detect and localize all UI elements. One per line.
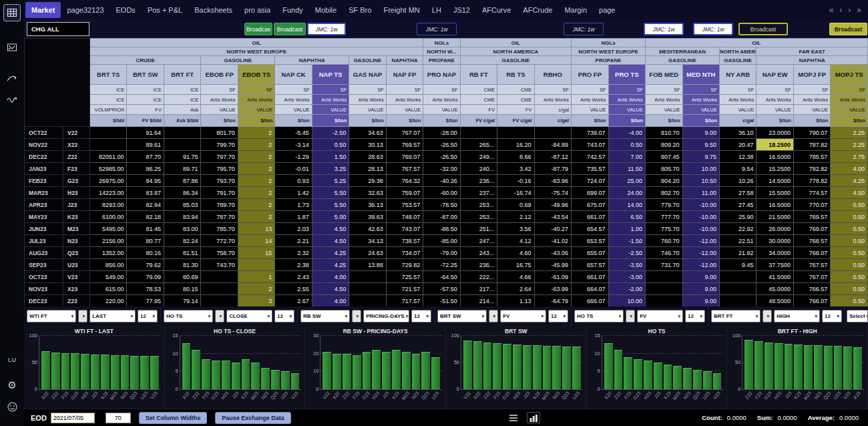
grid-cell[interactable]: -3.50 xyxy=(608,259,645,271)
grid-cell[interactable]: -10.00 xyxy=(682,223,719,235)
grid-cell[interactable]: 41.5000 xyxy=(756,271,793,283)
grid-cell[interactable]: 2.67 xyxy=(275,295,312,307)
grid-cell[interactable] xyxy=(534,127,571,139)
grid-cell[interactable]: 777.70 xyxy=(646,211,682,223)
broadcast-button[interactable]: Broadcast xyxy=(738,23,788,35)
grid-cell[interactable]: 735.57 xyxy=(572,163,608,175)
grid-cell[interactable]: 753.57 xyxy=(386,199,423,211)
grid-cell[interactable]: 237... xyxy=(460,187,497,199)
grid-cell[interactable]: 0.50 xyxy=(831,235,868,247)
grid-cell[interactable]: -2.50 xyxy=(608,247,645,259)
grid-cell[interactable]: 5.00 xyxy=(312,211,349,223)
grid-cell[interactable]: 653.57 xyxy=(572,235,608,247)
grid-cell[interactable]: 768.07 xyxy=(793,247,830,259)
grid-cell[interactable]: 743.70 xyxy=(201,259,238,271)
grid-cell[interactable]: 9.50 xyxy=(682,139,719,151)
grid-cell[interactable]: -45.99 xyxy=(534,259,571,271)
grid-cell[interactable]: 9.00 xyxy=(682,283,719,295)
grid-cell[interactable]: 768.57 xyxy=(793,235,830,247)
grid-cell[interactable]: 253... xyxy=(460,199,497,211)
grid-cell[interactable]: 2 xyxy=(238,139,274,151)
grid-cell[interactable]: 20.47 xyxy=(719,139,756,151)
grid-cell[interactable]: 661.07 xyxy=(572,211,608,223)
grid-cell[interactable]: 2 xyxy=(238,211,274,223)
grid-cell[interactable]: 810.70 xyxy=(646,127,682,139)
grid-cell[interactable]: 0.50 xyxy=(608,139,645,151)
grid-cell[interactable]: 79.62 xyxy=(127,259,164,271)
grid-cell[interactable]: 2 xyxy=(238,151,274,163)
column-header[interactable]: RBHO xyxy=(534,65,571,85)
grid-cell[interactable]: 3 xyxy=(238,295,274,307)
grid-cell[interactable] xyxy=(646,271,682,283)
settings-gear-icon[interactable]: ⚙ xyxy=(3,377,21,394)
grid-cell[interactable]: -88.50 xyxy=(423,223,460,235)
grid-cell[interactable]: 13 xyxy=(238,223,274,235)
grid-cell[interactable]: 0.93 xyxy=(275,175,312,187)
grid-cell[interactable]: 14223.00 xyxy=(90,187,127,199)
value-input[interactable] xyxy=(105,413,131,423)
column-header[interactable]: RB TS xyxy=(497,65,534,85)
grid-cell[interactable]: 770.07 xyxy=(793,199,830,211)
grid-cell[interactable]: 84.95 xyxy=(127,175,164,187)
grid-cell[interactable]: -0.01 xyxy=(275,163,312,175)
grid-cell[interactable]: -1.50 xyxy=(608,235,645,247)
grid-cell[interactable]: 4.50 xyxy=(312,283,349,295)
grid-cell[interactable]: 8.66 xyxy=(497,151,534,163)
grid-cell[interactable] xyxy=(201,271,238,283)
grid-cell[interactable]: 25.90 xyxy=(719,211,756,223)
nav-tab-mobile[interactable]: Mobile xyxy=(309,2,343,18)
grid-cell[interactable]: 766.07 xyxy=(793,295,830,307)
grid-cell[interactable]: 7.00 xyxy=(608,151,645,163)
grid-cell[interactable]: 731.70 xyxy=(646,259,682,271)
grid-cell[interactable] xyxy=(349,271,386,283)
grid-cell[interactable]: 743.07 xyxy=(386,223,423,235)
grid-cell[interactable]: 2.25 xyxy=(831,127,868,139)
grid-cell[interactable]: 789.70 xyxy=(201,199,238,211)
period-select[interactable]: 12▾ xyxy=(822,310,842,323)
grid-cell[interactable]: 0.50 xyxy=(831,271,868,283)
grid-cell[interactable]: 15.2500 xyxy=(756,163,793,175)
grid-cell[interactable]: 253... xyxy=(460,211,497,223)
grid-cell[interactable]: 15.5000 xyxy=(756,187,793,199)
grid-cell[interactable]: 0.50 xyxy=(312,139,349,151)
grid-cell[interactable]: 4.25 xyxy=(312,247,349,259)
grid-cell[interactable]: 1.50 xyxy=(312,151,349,163)
grid-cell[interactable]: 738.57 xyxy=(386,235,423,247)
mini-select[interactable]: ▾ xyxy=(763,310,772,323)
grid-cell[interactable]: 787.82 xyxy=(793,139,830,151)
grid-cell[interactable]: -12.00 xyxy=(682,247,719,259)
period-select[interactable]: 12▾ xyxy=(274,310,294,323)
grid-cell[interactable]: 4.00 xyxy=(831,163,868,175)
grid-cell[interactable]: 6.50 xyxy=(608,211,645,223)
nav-tab-fundy[interactable]: Fundy xyxy=(276,2,309,18)
grid-cell[interactable]: 801.70 xyxy=(201,127,238,139)
grid-cell[interactable]: -57.50 xyxy=(423,283,460,295)
grid-cell[interactable]: 782.82 xyxy=(793,163,830,175)
grid-cell[interactable]: -12.00 xyxy=(682,235,719,247)
grid-cell[interactable]: 3.56 xyxy=(497,223,534,235)
grid-cell[interactable]: 11.00 xyxy=(682,187,719,199)
grid-cell[interactable]: 9.45 xyxy=(719,259,756,271)
grid-cell[interactable]: 16.5000 xyxy=(756,199,793,211)
grid-cell[interactable]: 4.25 xyxy=(312,259,349,271)
grid-cell[interactable]: 657.57 xyxy=(572,259,608,271)
nav-tab-pos-p-l[interactable]: Pos + P&L xyxy=(142,2,188,18)
grid-cell[interactable]: 1.42 xyxy=(275,187,312,199)
grid-cell[interactable]: 785.57 xyxy=(793,151,830,163)
grid-cell[interactable]: 2.38 xyxy=(275,259,312,271)
grid-cell[interactable]: -61.09 xyxy=(534,271,571,283)
grid-cell[interactable] xyxy=(460,127,497,139)
grid-cell[interactable]: 2 xyxy=(238,283,274,295)
grid-cell[interactable]: 240... xyxy=(460,163,497,175)
grid-cell[interactable] xyxy=(646,295,682,307)
grid-cell[interactable]: 666.07 xyxy=(572,295,608,307)
grid-cell[interactable]: 10.00 xyxy=(682,163,719,175)
grid-cell[interactable]: 82051.00 xyxy=(90,151,127,163)
grid-cell[interactable]: 22.51 xyxy=(719,235,756,247)
help-face-icon[interactable] xyxy=(3,398,21,415)
grid-cell[interactable]: 2.75 xyxy=(831,151,868,163)
grid-cell[interactable]: 758.70 xyxy=(201,247,238,259)
grid-cell[interactable]: 0.50 xyxy=(831,223,868,235)
column-header[interactable]: NY ARB xyxy=(719,65,756,85)
grid-cell[interactable]: 809.20 xyxy=(646,139,682,151)
